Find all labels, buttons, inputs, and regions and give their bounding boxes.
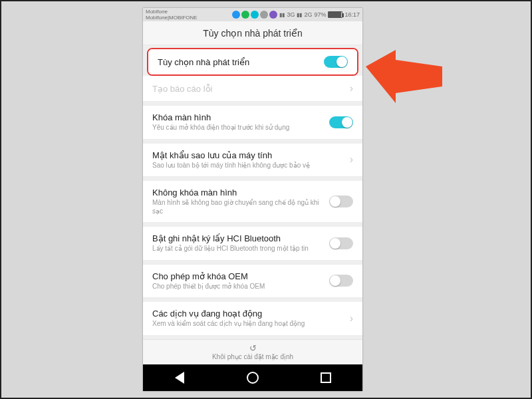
toggle-lock-screen[interactable] bbox=[329, 116, 353, 128]
status-bar: Mobifone Mobifone|MOBIFONE ▮▮ 3G ▮▮ 2G 9… bbox=[143, 8, 362, 21]
row-subtitle: Lấy tất cả gói dữ liệu HCI Bluetooth tro… bbox=[152, 245, 323, 253]
row-title: Khóa màn hình bbox=[152, 112, 323, 122]
signal-icon: ▮▮ bbox=[279, 12, 285, 18]
toggle-oem-unlock[interactable] bbox=[329, 275, 353, 287]
status-right: ▮▮ 3G ▮▮ 2G 97% 16:17 bbox=[232, 11, 360, 19]
signal-icon: ▮▮ bbox=[297, 12, 302, 18]
signal-1: 3G bbox=[287, 11, 295, 18]
toggle-hci-bluetooth[interactable] bbox=[329, 237, 353, 249]
row-subtitle: Yêu cầu mở khóa điện thoại trước khi sử … bbox=[152, 124, 323, 132]
chevron-right-icon: › bbox=[350, 154, 353, 166]
page-header: Tùy chọn nhà phát triển bbox=[143, 21, 362, 45]
row-subtitle: Màn hình sẽ không bao giờ chuyển sang ch… bbox=[152, 199, 323, 215]
row-title: Cho phép mở khóa OEM bbox=[152, 271, 323, 281]
battery-pct: 97% bbox=[314, 11, 326, 18]
row-backup-password[interactable]: Mật khẩu sao lưu của máy tính Sao lưu to… bbox=[143, 144, 362, 178]
row-running-services[interactable]: Các dịch vụ đang hoạt động Xem và kiểm s… bbox=[143, 302, 362, 336]
notif-icon bbox=[251, 11, 259, 19]
battery-icon bbox=[328, 11, 342, 18]
row-developer-options[interactable]: Tùy chọn nhà phát triển bbox=[148, 49, 357, 74]
carrier-2: Mobifone|MOBIFONE bbox=[146, 15, 198, 21]
row-title: Các dịch vụ đang hoạt động bbox=[152, 309, 343, 319]
row-subtitle: Xem và kiểm soát các dịch vụ hiện đang h… bbox=[152, 320, 343, 329]
clock: 16:17 bbox=[344, 11, 360, 18]
toggle-developer-options[interactable] bbox=[324, 56, 348, 68]
page-title: Tùy chọn nhà phát triển bbox=[203, 28, 303, 39]
chevron-right-icon: › bbox=[350, 82, 353, 94]
nav-home-button[interactable] bbox=[245, 370, 260, 385]
highlight-box: Tùy chọn nhà phát triển bbox=[147, 48, 358, 76]
notification-icons bbox=[232, 11, 277, 19]
row-title: Mật khẩu sao lưu của máy tính bbox=[152, 150, 343, 160]
row-title: Bật ghi nhật ký lấy HCI Bluetooth bbox=[152, 233, 323, 243]
triangle-back-icon bbox=[175, 372, 184, 384]
row-lock-screen[interactable]: Khóa màn hình Yêu cầu mở khóa điện thoại… bbox=[143, 106, 362, 140]
signal-2: 2G bbox=[304, 11, 312, 18]
carrier-1: Mobifone bbox=[146, 9, 198, 15]
android-navbar bbox=[143, 364, 362, 391]
carrier-labels: Mobifone Mobifone|MOBIFONE bbox=[146, 9, 198, 21]
notif-icon bbox=[241, 11, 249, 19]
notif-icon bbox=[260, 11, 268, 19]
settings-list[interactable]: Tùy chọn nhà phát triển Tạo báo cáo lỗi … bbox=[143, 45, 362, 339]
row-oem-unlock[interactable]: Cho phép mở khóa OEM Cho phép thiết bị đ… bbox=[143, 265, 362, 299]
row-no-lock-screen[interactable]: Không khóa màn hình Màn hình sẽ không ba… bbox=[143, 181, 362, 223]
row-subtitle: Cho phép thiết bị được mở khóa OEM bbox=[152, 283, 323, 291]
restore-icon: ↺ bbox=[143, 344, 362, 353]
row-hci-bluetooth[interactable]: Bật ghi nhật ký lấy HCI Bluetooth Lấy tấ… bbox=[143, 227, 362, 261]
row-subtitle: Sao lưu toàn bộ tới máy tính hiện không … bbox=[152, 162, 343, 170]
notif-icon bbox=[269, 11, 277, 19]
restore-defaults[interactable]: ↺ Khôi phục cài đặt mặc định bbox=[143, 339, 362, 364]
row-title: Không khóa màn hình bbox=[152, 188, 323, 198]
circle-home-icon bbox=[247, 372, 259, 384]
row-title: Tạo báo cáo lỗi bbox=[152, 84, 343, 94]
phone-frame: Mobifone Mobifone|MOBIFONE ▮▮ 3G ▮▮ 2G 9… bbox=[143, 8, 362, 391]
restore-label: Khôi phục cài đặt mặc định bbox=[212, 353, 293, 360]
chevron-right-icon: › bbox=[350, 313, 353, 325]
square-recent-icon bbox=[321, 372, 331, 383]
toggle-no-lock[interactable] bbox=[329, 196, 353, 207]
row-bug-report: Tạo báo cáo lỗi › bbox=[143, 76, 362, 102]
row-title: Tùy chọn nhà phát triển bbox=[158, 57, 317, 67]
nav-back-button[interactable] bbox=[172, 370, 187, 385]
nav-recent-button[interactable] bbox=[319, 370, 333, 385]
notif-icon bbox=[232, 11, 240, 19]
